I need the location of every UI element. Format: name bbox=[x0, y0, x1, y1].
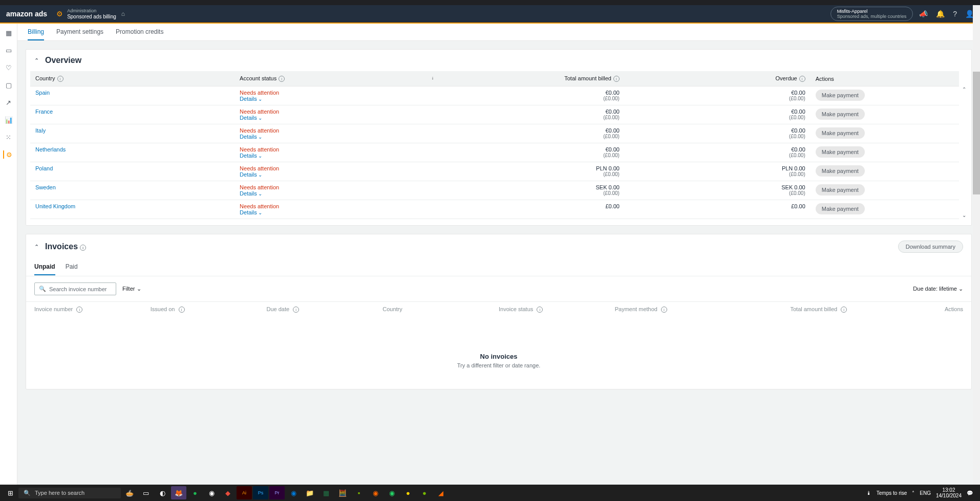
overview-table: Countryi Account statusi↓ Total amount b… bbox=[30, 71, 959, 219]
info-icon[interactable]: i bbox=[80, 245, 86, 251]
make-payment-button[interactable]: Make payment bbox=[816, 184, 865, 195]
breadcrumb-main: Sponsored ads billing bbox=[67, 14, 116, 19]
overdue-amount: €0.00 bbox=[630, 108, 805, 115]
details-link[interactable]: Details bbox=[240, 209, 434, 215]
country-link[interactable]: Italy bbox=[35, 127, 46, 134]
billed-amount: €0.00 bbox=[444, 108, 620, 115]
details-link[interactable]: Details bbox=[240, 190, 434, 197]
tab-promotion-credits[interactable]: Promotion credits bbox=[116, 24, 163, 40]
table-scroll-up-icon[interactable]: ⌃ bbox=[962, 86, 966, 92]
info-icon[interactable]: i bbox=[76, 307, 82, 313]
tab-billing[interactable]: Billing bbox=[28, 24, 44, 40]
country-link[interactable]: Poland bbox=[35, 165, 53, 171]
col-billed[interactable]: Total amount billed bbox=[564, 75, 611, 81]
details-link[interactable]: Details bbox=[240, 115, 434, 121]
col-actions: Actions bbox=[945, 306, 963, 312]
make-payment-button[interactable]: Make payment bbox=[816, 108, 865, 120]
nav-shield-icon[interactable]: ♡ bbox=[5, 63, 13, 72]
col-status[interactable]: Account status bbox=[240, 75, 276, 81]
make-payment-button[interactable]: Make payment bbox=[816, 90, 865, 101]
amazon-ads-logo[interactable]: amazon ads bbox=[6, 10, 47, 18]
col-invoice-status[interactable]: Invoice status bbox=[499, 306, 533, 312]
col-issued-on[interactable]: Issued on bbox=[151, 306, 175, 312]
country-link[interactable]: France bbox=[35, 108, 53, 115]
nav-apps-icon[interactable]: ⁙ bbox=[5, 133, 13, 141]
home-icon[interactable]: ⌂ bbox=[121, 10, 125, 17]
tab-payment-settings[interactable]: Payment settings bbox=[56, 24, 103, 40]
col-country[interactable]: Country bbox=[382, 306, 402, 312]
billed-amount: €0.00 bbox=[444, 127, 620, 134]
tab-unpaid[interactable]: Unpaid bbox=[34, 259, 55, 275]
info-icon[interactable]: i bbox=[799, 76, 805, 82]
help-icon[interactable]: ? bbox=[953, 10, 957, 18]
nav-settings-icon[interactable]: ⚙ bbox=[3, 150, 13, 159]
col-payment-method[interactable]: Payment method bbox=[615, 306, 657, 312]
filter-button[interactable]: Filter ⌄ bbox=[122, 286, 141, 292]
account-switcher[interactable]: Misfits-Apparel Sponsored ads, multiple … bbox=[830, 7, 913, 21]
info-icon[interactable]: i bbox=[179, 307, 185, 313]
browser-scrollbar[interactable] bbox=[973, 5, 980, 485]
overview-title: Overview bbox=[45, 56, 81, 65]
invoices-panel: ⌃ Invoicesi Download summary Unpaid Paid… bbox=[26, 234, 972, 389]
overdue-sub: (£0.00) bbox=[630, 153, 805, 158]
country-link[interactable]: Netherlands bbox=[35, 146, 66, 153]
nav-screen-icon[interactable]: ▢ bbox=[5, 81, 13, 89]
nav-dashboard-icon[interactable]: ▦ bbox=[5, 29, 13, 37]
search-icon: 🔍 bbox=[39, 286, 46, 292]
megaphone-icon[interactable]: 📣 bbox=[919, 10, 928, 18]
billed-amount: £0.00 bbox=[444, 203, 620, 209]
sort-icon[interactable]: ↓ bbox=[432, 75, 434, 80]
info-icon[interactable]: i bbox=[613, 76, 620, 82]
table-row: United KingdomNeeds attentionDetails£0.0… bbox=[30, 200, 959, 219]
col-total-billed[interactable]: Total amount billed bbox=[790, 306, 837, 312]
make-payment-button[interactable]: Make payment bbox=[816, 203, 865, 214]
details-link[interactable]: Details bbox=[240, 134, 434, 140]
download-summary-button[interactable]: Download summary bbox=[898, 241, 963, 253]
chevron-down-icon: ⌄ bbox=[958, 286, 963, 292]
breadcrumb: Administration Sponsored ads billing bbox=[67, 8, 116, 19]
make-payment-button[interactable]: Make payment bbox=[816, 146, 865, 158]
details-link[interactable]: Details bbox=[240, 96, 434, 102]
nav-card-icon[interactable]: ▭ bbox=[5, 46, 13, 54]
col-invoice-number[interactable]: Invoice number bbox=[34, 306, 73, 312]
overdue-amount: PLN 0.00 bbox=[630, 165, 805, 171]
table-row: ItalyNeeds attentionDetails€0.00(£0.00)€… bbox=[30, 124, 959, 143]
country-link[interactable]: Spain bbox=[35, 90, 50, 96]
country-link[interactable]: United Kingdom bbox=[35, 203, 75, 209]
info-icon[interactable]: i bbox=[57, 76, 63, 82]
browser-tab-strip bbox=[0, 0, 980, 5]
bell-icon[interactable]: 🔔 bbox=[936, 10, 945, 18]
col-due-date[interactable]: Due date bbox=[267, 306, 290, 312]
empty-title: No invoices bbox=[26, 353, 971, 360]
search-invoice-input[interactable]: 🔍 Search invoice number bbox=[34, 282, 116, 295]
nav-trend-icon[interactable]: ↗ bbox=[5, 98, 13, 106]
table-row: NetherlandsNeeds attentionDetails€0.00(£… bbox=[30, 143, 959, 162]
tab-paid[interactable]: Paid bbox=[66, 259, 78, 275]
table-scroll-down-icon[interactable]: ⌄ bbox=[962, 212, 966, 218]
collapse-overview-icon[interactable]: ⌃ bbox=[34, 57, 39, 64]
gear-icon: ⚙ bbox=[56, 10, 63, 18]
scrollbar-thumb[interactable] bbox=[973, 72, 980, 194]
info-icon[interactable]: i bbox=[293, 307, 299, 313]
nav-chart-icon[interactable]: 📊 bbox=[5, 116, 13, 124]
billed-sub: (£0.00) bbox=[444, 96, 620, 101]
make-payment-button[interactable]: Make payment bbox=[816, 127, 865, 139]
col-overdue[interactable]: Overdue bbox=[776, 75, 797, 81]
make-payment-button[interactable]: Make payment bbox=[816, 165, 865, 177]
info-icon[interactable]: i bbox=[537, 307, 543, 313]
due-date-filter[interactable]: Due date: lifetime ⌄ bbox=[913, 286, 963, 292]
overdue-sub: (£0.00) bbox=[630, 171, 805, 177]
info-icon[interactable]: i bbox=[841, 307, 847, 313]
info-icon[interactable]: i bbox=[661, 307, 667, 313]
col-country[interactable]: Country bbox=[35, 75, 55, 81]
billed-sub: (£0.00) bbox=[444, 171, 620, 177]
page-tabs: Billing Payment settings Promotion credi… bbox=[17, 24, 980, 41]
details-link[interactable]: Details bbox=[240, 171, 434, 178]
status-label: Needs attention bbox=[240, 108, 434, 115]
info-icon[interactable]: i bbox=[279, 76, 285, 82]
details-link[interactable]: Details bbox=[240, 153, 434, 159]
table-row: FranceNeeds attentionDetails€0.00(£0.00)… bbox=[30, 105, 959, 124]
collapse-invoices-icon[interactable]: ⌃ bbox=[34, 244, 39, 250]
country-link[interactable]: Sweden bbox=[35, 184, 56, 190]
table-row: SpainNeeds attentionDetails€0.00(£0.00)€… bbox=[30, 86, 959, 105]
